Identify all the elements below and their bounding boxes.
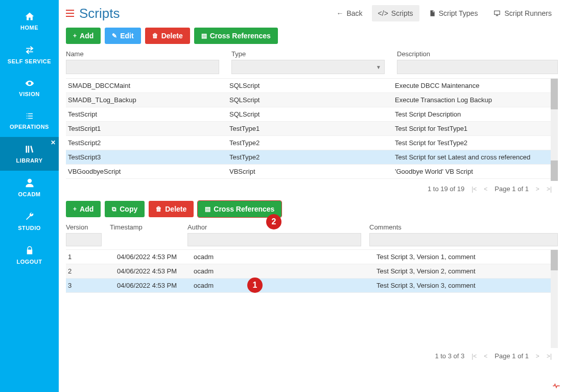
table-row[interactable]: 2 04/06/2022 4:53 PM ocadm Test Script 3… (66, 264, 558, 279)
cell-timestamp: 04/06/2022 4:53 PM (117, 282, 194, 289)
pager-prev-icon[interactable]: < (484, 353, 487, 360)
pager-page: Page 1 of 1 (495, 352, 529, 360)
subfilter-timestamp-label: Timestamp (110, 223, 179, 231)
table-row[interactable]: SMADB_TLog_Backup SQLScript Execute Tran… (66, 93, 558, 107)
edit-label: Edit (120, 32, 133, 40)
sidebar-item-library[interactable]: ✕ LIBRARY (0, 137, 59, 171)
nav-script-types-label: Script Types (439, 9, 478, 17)
pager-first-icon[interactable]: |< (472, 186, 477, 193)
trash-icon: 🗑 (156, 205, 162, 213)
trash-icon: 🗑 (152, 32, 158, 39)
sidebar-item-operations[interactable]: OPERATIONS (0, 104, 59, 137)
pager-next-icon[interactable]: > (536, 186, 539, 193)
filter-desc-input[interactable] (397, 60, 558, 74)
lock-icon (25, 245, 34, 256)
sub-delete-button[interactable]: 🗑 Delete (149, 201, 194, 217)
plus-icon: + (73, 205, 77, 213)
subfilter-version-label: Version (66, 223, 102, 231)
subfilter-version-input[interactable] (66, 233, 102, 246)
pager-next-icon[interactable]: > (536, 353, 539, 360)
svg-rect-3 (495, 11, 500, 14)
sidebar-item-studio[interactable]: STUDIO (0, 204, 59, 238)
pager-last-icon[interactable]: >| (547, 186, 552, 193)
cell-type: TestType2 (229, 153, 395, 161)
cell-comments: Test Script 3, Version 1, comment (376, 253, 558, 261)
sidebar-item-label: OPERATIONS (10, 124, 49, 130)
nav-back[interactable]: ← Back (330, 5, 368, 21)
cell-name: TestScript (66, 110, 229, 118)
sidebar-item-home[interactable]: HOME (0, 4, 59, 38)
list-icon: ▤ (201, 32, 207, 39)
table-row[interactable]: TestScript1 TestType1 Test Script for Te… (66, 122, 558, 136)
cell-desc: Execute Transaction Log Backup (395, 96, 558, 104)
sidebar-item-vision[interactable]: VISION (0, 72, 59, 104)
subfilter-author-input[interactable] (187, 233, 361, 246)
sidebar-item-logout[interactable]: LOGOUT (0, 238, 59, 272)
nav-script-runners[interactable]: Script Runners (487, 5, 558, 21)
cell-type: SQLScript (229, 82, 395, 89)
sidebar-item-label: STUDIO (18, 225, 41, 231)
table-row[interactable]: TestScript3 TestType2 Test Script for se… (66, 150, 558, 165)
subfilter-comments-input[interactable] (369, 233, 558, 246)
svg-rect-1 (66, 13, 74, 14)
sub-delete-label: Delete (165, 205, 186, 213)
edit-button[interactable]: ✎ Edit (105, 28, 140, 44)
home-icon (24, 11, 35, 21)
cell-author: ocadm (194, 253, 376, 261)
table-row[interactable]: 1 04/06/2022 4:53 PM ocadm Test Script 3… (66, 250, 558, 264)
svg-rect-0 (66, 10, 74, 11)
cell-desc: Test Script for set Latest and cross ref… (395, 153, 558, 161)
close-icon[interactable]: ✕ (51, 139, 56, 146)
sidebar-item-label: VISION (19, 91, 39, 97)
cross-label: Cross References (210, 32, 271, 40)
filter-type-select[interactable]: ▼ (231, 60, 385, 74)
heartbeat-icon[interactable] (552, 382, 561, 390)
add-button[interactable]: + Add (66, 28, 101, 44)
sidebar-item-label: LOGOUT (16, 259, 42, 265)
list-icon (24, 111, 35, 121)
plus-icon: + (73, 32, 77, 39)
cell-comments: Test Script 3, Version 3, comment (376, 282, 558, 289)
table-row[interactable]: VBGoodbyeScript VBScript 'Goodbye World'… (66, 165, 558, 179)
pager-last-icon[interactable]: >| (547, 353, 552, 360)
sub-cross-references-button[interactable]: ▤ Cross References (198, 201, 281, 217)
filter-name-input[interactable] (66, 60, 219, 74)
filter-desc-label: Description (397, 50, 558, 58)
table-row[interactable]: TestScript2 TestType2 Test Script for Te… (66, 136, 558, 150)
sidebar-item-label: OCADM (18, 191, 40, 197)
sub-copy-button[interactable]: ⧉ Copy (105, 201, 145, 217)
eye-icon (23, 79, 36, 88)
cell-type: TestType1 (229, 125, 395, 132)
sub-add-button[interactable]: + Add (66, 201, 101, 217)
add-label: Add (80, 32, 93, 40)
pager-prev-icon[interactable]: < (484, 186, 487, 193)
pager-first-icon[interactable]: |< (472, 353, 477, 360)
cell-name: SMADB_DBCCMaint (66, 82, 229, 89)
books-icon (23, 144, 36, 154)
nav-script-types[interactable]: Script Types (422, 5, 484, 21)
runner-icon (493, 10, 501, 17)
nav-scripts[interactable]: </> Scripts (372, 5, 419, 21)
page-title: Scripts (79, 6, 120, 21)
annotation-marker-1: 1 (247, 278, 263, 293)
cell-type: VBScript (229, 168, 395, 175)
menu-icon[interactable] (66, 10, 74, 17)
sub-cross-label: Cross References (214, 205, 274, 213)
sidebar-item-self-service[interactable]: SELF SERVICE (0, 38, 59, 72)
sidebar-item-ocadm[interactable]: OCADM (0, 171, 59, 204)
cross-references-button[interactable]: ▤ Cross References (194, 28, 278, 44)
sidebar-item-label: SELF SERVICE (8, 58, 51, 64)
scripts-grid: SMADB_DBCCMaint SQLScript Execute DBCC M… (66, 79, 558, 181)
table-row[interactable]: TestScript SQLScript Test Script Descrip… (66, 107, 558, 122)
delete-button[interactable]: 🗑 Delete (145, 28, 190, 44)
pager-page: Page 1 of 1 (495, 185, 529, 193)
cell-name: VBGoodbyeScript (66, 168, 229, 175)
table-row[interactable]: SMADB_DBCCMaint SQLScript Execute DBCC M… (66, 79, 558, 93)
cell-author: ocadm (194, 267, 376, 275)
scrollbar[interactable] (551, 250, 558, 348)
delete-label: Delete (161, 32, 183, 40)
scrollbar[interactable] (551, 79, 558, 181)
annotation-marker-2: 2 (266, 214, 281, 229)
swap-icon (24, 45, 35, 55)
table-row[interactable]: 3 04/06/2022 4:53 PM ocadm Test Script 3… (66, 279, 558, 293)
